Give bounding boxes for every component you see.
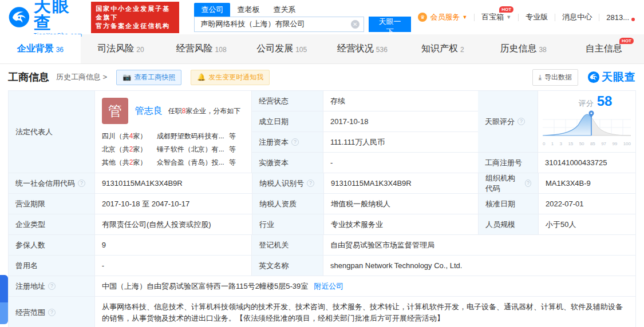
- tab-self-info[interactable]: 自主信息 HOT: [563, 34, 644, 63]
- legal-rep-name-link[interactable]: 管志良: [135, 105, 163, 117]
- export-data-button[interactable]: ⤓ 导出数据: [532, 69, 578, 86]
- region-etc-link[interactable]: 等: [229, 156, 236, 169]
- side-widget-bottom[interactable]: [0, 302, 8, 324]
- side-floating-widget[interactable]: [0, 275, 8, 324]
- field-label-paid-capital: 实缴资本: [252, 153, 323, 173]
- score-bell-curve-chart: [542, 109, 632, 141]
- tab-intellectual-property[interactable]: 知识产权 2: [402, 34, 483, 63]
- help-icon[interactable]: ?: [48, 309, 56, 316]
- watermark-text: 天眼查: [602, 70, 636, 85]
- field-value-approval-date: 2022-07-01: [539, 194, 635, 214]
- field-value-reg-number: 310141000433725: [538, 153, 635, 173]
- field-value-taxpayer-quality: 增值税一般纳税人: [324, 194, 479, 214]
- section-title: 工商信息: [8, 70, 49, 84]
- field-label-status: 经营状态: [252, 91, 323, 111]
- search-button[interactable]: 天眼一下: [369, 17, 412, 32]
- tianyancha-logo-icon: [8, 5, 30, 29]
- view-snapshot-button[interactable]: 📷 查看工商快照: [116, 70, 181, 85]
- tianyancha-logo[interactable]: 天眼查 TianYanCha.com: [8, 0, 84, 38]
- chevron-down-icon: ▼: [462, 14, 467, 20]
- field-value-insured-count: 9: [95, 235, 252, 256]
- help-icon[interactable]: ?: [525, 180, 531, 187]
- region-company-link[interactable]: 成都野望数码科技有...: [157, 130, 224, 143]
- tianyancha-logo-icon: [587, 71, 600, 83]
- nav-message-center[interactable]: 消息中心: [555, 12, 599, 22]
- field-label-staff-size: 人员规模: [479, 214, 539, 235]
- region-distribution-list: 四川（共4家） 成都野望数码科技有... 等 北京（共2家） 锤子软件（北京）有…: [102, 130, 244, 169]
- search-tab-boss[interactable]: 查老板: [230, 3, 266, 17]
- nav-account[interactable]: 2813...: [599, 13, 636, 22]
- top-nav: ♛ 会员服务 ▼ HOT 百宝箱 ▼ 专业版 消息中心 2813...: [411, 12, 636, 22]
- help-icon[interactable]: ?: [307, 180, 314, 187]
- nav-vip-services[interactable]: ♛ 会员服务 ▼: [411, 12, 474, 22]
- help-icon[interactable]: ?: [48, 282, 56, 290]
- tab-company-development[interactable]: 公司发展 105: [242, 34, 322, 63]
- camera-icon: 📷: [123, 73, 131, 81]
- axis-tick: 15: [568, 141, 573, 146]
- search-input[interactable]: [194, 17, 364, 32]
- region-name: 北京（共2家）: [102, 143, 157, 156]
- search-tab-company[interactable]: 查公司: [194, 3, 230, 17]
- axis-tick: 97: [601, 141, 606, 146]
- nearby-companies-link[interactable]: 附近公司: [314, 281, 343, 292]
- field-value-address: 中国（上海）自由贸易试验区富特西一路115号2幢楼5层5-39室 附近公司: [95, 276, 635, 297]
- region-pre: 北京（共: [102, 145, 129, 153]
- region-etc-link[interactable]: 等: [229, 143, 236, 156]
- region-company-link[interactable]: 众智合盈（青岛）投...: [157, 156, 224, 169]
- help-icon[interactable]: ?: [517, 118, 525, 125]
- tab-count: 36: [56, 46, 64, 54]
- legal-rep-note: 任职8家企业，分布如下: [168, 106, 241, 116]
- nav-messages-label: 消息中心: [562, 12, 592, 22]
- help-icon[interactable]: ?: [291, 138, 299, 146]
- search-box: ✕: [194, 17, 364, 32]
- tab-operating-status[interactable]: 经营状况 536: [322, 34, 403, 63]
- tab-count: 2: [460, 46, 464, 54]
- side-widget-top[interactable]: [0, 275, 8, 302]
- gov-badge-line2: 官方备案企业征信机构: [96, 22, 175, 30]
- tab-label: 自主信息: [586, 43, 622, 55]
- region-etc-link[interactable]: 等: [229, 130, 236, 143]
- field-value-staff-size: 小于50人: [539, 214, 635, 235]
- score-number: 58: [597, 93, 613, 109]
- field-value-business-scope: 从事网络科技、信息技术、计算机科技领域内的技术开发、技术咨询、技术服务、技术转让…: [95, 297, 635, 327]
- search-tab-relation[interactable]: 查关系: [266, 3, 302, 17]
- tab-count: 20: [136, 46, 144, 54]
- tab-count: 38: [539, 46, 546, 54]
- nav-pro-version[interactable]: 专业版: [519, 12, 555, 22]
- tab-count: 108: [215, 46, 227, 54]
- field-label-business-scope: 经营范围?: [9, 297, 95, 327]
- business-info-toolbar: 工商信息 历史工商信息 > 📷 查看工商快照 🔔 发生变更时通知我 ⤓ 导出数据…: [0, 64, 644, 90]
- nav-toolbox[interactable]: HOT 百宝箱 ▼: [475, 12, 518, 22]
- legal-rep-cell: 管 管志良 任职8家企业，分布如下 四川（共4家） 成都野望数码科技有... 等…: [95, 91, 252, 173]
- field-label-former-name: 曾用名: [9, 256, 95, 276]
- field-label-reg-capital: 注册资本?: [252, 132, 323, 153]
- score-word: 评分: [579, 99, 594, 107]
- field-label-address: 注册地址?: [9, 276, 95, 297]
- tab-company-background[interactable]: 企业背景 36: [0, 34, 81, 63]
- label-text: 统一社会信用代码: [15, 178, 75, 189]
- field-value-est-date: 2017-10-18: [323, 111, 478, 132]
- crown-icon: ♛: [418, 13, 427, 22]
- axis-tick: 100: [623, 141, 631, 146]
- legal-rep-avatar[interactable]: 管: [102, 98, 128, 124]
- field-label-score: 天眼评分?: [478, 91, 538, 153]
- tab-operation-risk[interactable]: 经营风险 108: [161, 34, 242, 63]
- history-business-info-link[interactable]: 历史工商信息 >: [56, 72, 107, 82]
- notify-on-change-button[interactable]: 🔔 发生变更时通知我: [191, 70, 270, 85]
- nav-vip-label: 会员服务: [430, 12, 460, 22]
- field-label-approval-date: 核准日期: [479, 194, 539, 214]
- tab-judicial-risk[interactable]: 司法风险 20: [81, 34, 161, 63]
- label-text: 注册地址: [15, 281, 45, 292]
- help-icon[interactable]: ?: [78, 180, 85, 187]
- snapshot-button-label: 查看工商快照: [134, 73, 175, 82]
- clear-search-icon[interactable]: ✕: [351, 20, 359, 29]
- field-value-credit-code: 91310115MA1K3X4B9R: [95, 173, 252, 194]
- field-value-taxpayer-id: 91310115MA1K3X4B9R: [324, 173, 479, 194]
- field-label-taxpayer-quality: 纳税人资质: [252, 194, 324, 214]
- tab-count: 536: [376, 46, 388, 54]
- region-pre: 四川（共: [102, 132, 129, 140]
- label-text: 注册资本: [259, 137, 289, 147]
- region-company-link[interactable]: 锤子软件（北京）有...: [157, 143, 224, 156]
- tab-history-info[interactable]: 历史信息 38: [483, 34, 564, 63]
- label-text: 经营范围: [15, 308, 45, 318]
